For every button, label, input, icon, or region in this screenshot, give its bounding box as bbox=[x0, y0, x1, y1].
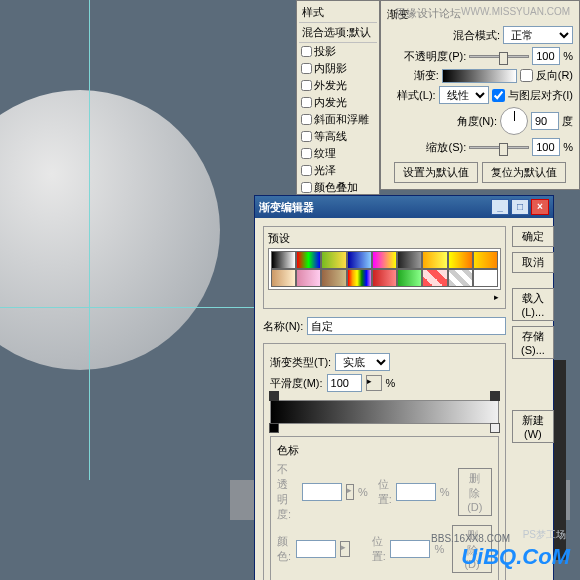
opacity-label: 不透明度(P): bbox=[404, 49, 466, 64]
swatch-7[interactable] bbox=[448, 251, 473, 269]
styles-panel: 样式 混合选项:默认 投影内阴影外发光内发光斜面和浮雕等高线纹理光泽颜色叠加 bbox=[296, 0, 380, 195]
swatch-12[interactable] bbox=[347, 269, 372, 287]
swatch-1[interactable] bbox=[296, 251, 321, 269]
swatch-2[interactable] bbox=[321, 251, 346, 269]
swatch-14[interactable] bbox=[397, 269, 422, 287]
gradient-editor-dialog: 渐变编辑器 _ □ × 预设 ▸ 名称(N): 渐变类型(T): 实底 bbox=[254, 195, 554, 580]
stop-opacity-input bbox=[302, 483, 342, 501]
name-label: 名称(N): bbox=[263, 319, 303, 334]
layer-style-panel: 渐变 混合模式: 正常 不透明度(P): % 渐变: 反向(R) 样式(L): … bbox=[380, 0, 580, 190]
style-checkbox[interactable] bbox=[301, 182, 312, 193]
angle-input[interactable] bbox=[531, 112, 559, 130]
opacity-unit: % bbox=[563, 50, 573, 62]
style-checkbox[interactable] bbox=[301, 46, 312, 57]
delete-opacity-stop: 删除(D) bbox=[458, 468, 492, 516]
type-select[interactable]: 实底 bbox=[335, 353, 390, 371]
style-checkbox[interactable] bbox=[301, 131, 312, 142]
swatch-5[interactable] bbox=[397, 251, 422, 269]
swatch-15[interactable] bbox=[422, 269, 447, 287]
blend-options-header[interactable]: 混合选项:默认 bbox=[299, 23, 377, 43]
gradient-bar[interactable] bbox=[270, 400, 499, 424]
swatch-8[interactable] bbox=[473, 251, 498, 269]
smooth-unit: % bbox=[386, 377, 396, 389]
reverse-label: 反向(R) bbox=[536, 68, 573, 83]
opacity-stop-right[interactable] bbox=[490, 391, 500, 401]
dialog-titlebar[interactable]: 渐变编辑器 _ □ × bbox=[255, 196, 553, 218]
blend-mode-label: 混合模式: bbox=[453, 28, 500, 43]
swatch-0[interactable] bbox=[271, 251, 296, 269]
watermark-text: 思缘设计论坛 bbox=[395, 6, 461, 21]
color-stop-left[interactable] bbox=[269, 423, 279, 433]
smooth-input[interactable] bbox=[327, 374, 362, 392]
minimize-button[interactable]: _ bbox=[491, 199, 509, 215]
logo-main: UiBQ.CoM bbox=[461, 544, 570, 570]
scale-label: 缩放(S): bbox=[426, 140, 466, 155]
style-label: 等高线 bbox=[314, 129, 347, 144]
logo-secondary: PS梦工场 bbox=[523, 528, 566, 542]
align-checkbox[interactable] bbox=[492, 89, 505, 102]
style-item-5[interactable]: 等高线 bbox=[299, 128, 377, 145]
style-label: 内阴影 bbox=[314, 61, 347, 76]
set-default-button[interactable]: 设置为默认值 bbox=[394, 162, 478, 183]
style-item-0[interactable]: 投影 bbox=[299, 43, 377, 60]
style-label: 样式(L): bbox=[397, 88, 436, 103]
reverse-checkbox[interactable] bbox=[520, 69, 533, 82]
watermark-url: WWW.MISSYUAN.COM bbox=[461, 6, 570, 17]
swatch-13[interactable] bbox=[372, 269, 397, 287]
stop-pos2-label: 位置: bbox=[372, 534, 387, 564]
ok-button[interactable]: 确定 bbox=[512, 226, 554, 247]
style-checkbox[interactable] bbox=[301, 114, 312, 125]
opacity-stop-left[interactable] bbox=[269, 391, 279, 401]
angle-label: 角度(N): bbox=[457, 114, 497, 129]
reset-default-button[interactable]: 复位为默认值 bbox=[482, 162, 566, 183]
name-input[interactable] bbox=[307, 317, 506, 335]
style-item-2[interactable]: 外发光 bbox=[299, 77, 377, 94]
opacity-slider[interactable] bbox=[469, 55, 529, 58]
scale-slider[interactable] bbox=[469, 146, 529, 149]
style-label: 投影 bbox=[314, 44, 336, 59]
style-item-8[interactable]: 颜色叠加 bbox=[299, 179, 377, 196]
load-button[interactable]: 载入(L)... bbox=[512, 288, 554, 321]
style-item-3[interactable]: 内发光 bbox=[299, 94, 377, 111]
style-item-4[interactable]: 斜面和浮雕 bbox=[299, 111, 377, 128]
close-button[interactable]: × bbox=[531, 199, 549, 215]
swatch-3[interactable] bbox=[347, 251, 372, 269]
style-checkbox[interactable] bbox=[301, 63, 312, 74]
style-select[interactable]: 线性 bbox=[439, 86, 489, 104]
swatch-10[interactable] bbox=[296, 269, 321, 287]
style-checkbox[interactable] bbox=[301, 80, 312, 91]
angle-dial[interactable] bbox=[500, 107, 528, 135]
color-stop-right[interactable] bbox=[490, 423, 500, 433]
gradient-preview[interactable] bbox=[442, 69, 517, 83]
style-checkbox[interactable] bbox=[301, 97, 312, 108]
swatch-11[interactable] bbox=[321, 269, 346, 287]
swatch-17[interactable] bbox=[473, 269, 498, 287]
maximize-button[interactable]: □ bbox=[511, 199, 529, 215]
swatch-6[interactable] bbox=[422, 251, 447, 269]
style-checkbox[interactable] bbox=[301, 165, 312, 176]
style-item-7[interactable]: 光泽 bbox=[299, 162, 377, 179]
type-label: 渐变类型(T): bbox=[270, 355, 331, 370]
angle-unit: 度 bbox=[562, 114, 573, 129]
stop-color-input bbox=[296, 540, 336, 558]
preset-swatches bbox=[268, 248, 501, 290]
stop-color-label: 颜色: bbox=[277, 534, 292, 564]
swatch-16[interactable] bbox=[448, 269, 473, 287]
opacity-input[interactable] bbox=[532, 47, 560, 65]
presets-label: 预设 bbox=[268, 231, 501, 246]
gradient-label: 渐变: bbox=[414, 68, 439, 83]
dialog-title: 渐变编辑器 bbox=[259, 200, 314, 215]
style-checkbox[interactable] bbox=[301, 148, 312, 159]
cancel-button[interactable]: 取消 bbox=[512, 252, 554, 273]
style-item-1[interactable]: 内阴影 bbox=[299, 60, 377, 77]
save-button[interactable]: 存储(S)... bbox=[512, 326, 554, 359]
swatch-4[interactable] bbox=[372, 251, 397, 269]
scale-input[interactable] bbox=[532, 138, 560, 156]
swatch-9[interactable] bbox=[271, 269, 296, 287]
stop-pos2-input bbox=[390, 540, 430, 558]
blend-mode-select[interactable]: 正常 bbox=[503, 26, 573, 44]
smooth-dropdown-icon[interactable]: ▸ bbox=[366, 375, 382, 391]
new-button[interactable]: 新建(W) bbox=[512, 410, 554, 443]
style-item-6[interactable]: 纹理 bbox=[299, 145, 377, 162]
presets-menu-icon[interactable]: ▸ bbox=[268, 290, 501, 304]
